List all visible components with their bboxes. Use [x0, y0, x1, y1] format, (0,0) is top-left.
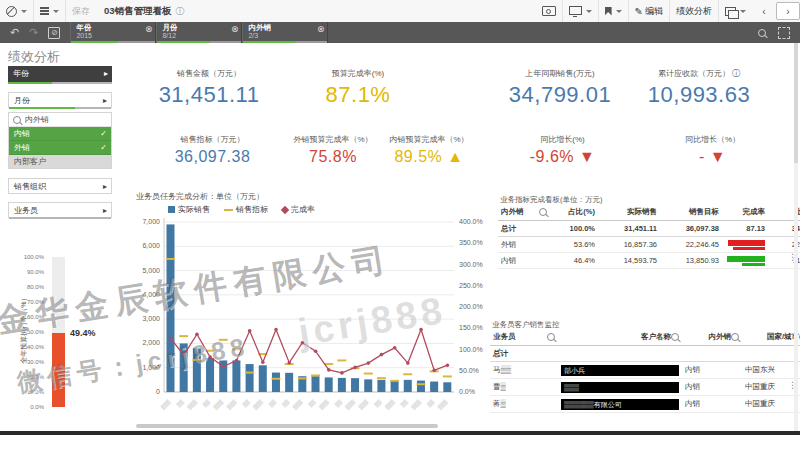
customer-cell[interactable]: 部小兵: [558, 362, 682, 379]
filter-sales-org[interactable]: 销售组织 ▸: [8, 178, 112, 194]
dimension-cell[interactable]: 外销: [498, 237, 550, 253]
salesman-cell[interactable]: 马▒▒: [490, 362, 558, 379]
column-header[interactable]: 销售目标: [660, 204, 722, 221]
kpi-export-budget-rate[interactable]: 外销预算完成率（%） 75.8%: [285, 134, 381, 166]
target-completion-table[interactable]: 内外销占比(%)实际销售销售目标完成率上年同期总计100.0%31,451.11…: [498, 204, 800, 269]
global-menu-button[interactable]: [0, 0, 34, 22]
search-icon[interactable]: [547, 333, 555, 341]
channel-cell[interactable]: 内销: [682, 379, 742, 396]
kpi-yoy-growth[interactable]: 同比增长(%) -9.6% ▼: [505, 134, 620, 166]
listbox-item-domestic[interactable]: 内销 ✓: [9, 127, 111, 141]
page-scrollbar-thumb[interactable]: [794, 43, 798, 163]
search-icon[interactable]: [671, 333, 679, 341]
close-icon[interactable]: ⊗: [317, 25, 325, 34]
column-header[interactable]: 国家/城市: [742, 329, 800, 346]
city-cell[interactable]: [742, 346, 800, 362]
kpi-sales-amount[interactable]: 销售金额（万元） 31,451.11: [120, 68, 298, 108]
customer-monitor-table[interactable]: 业务员客户名称内外销国家/城市总计马▒▒部小兵内销中国东兴曹▒▒▒▒内销中国重庆…: [490, 329, 800, 413]
bar[interactable]: [338, 378, 346, 392]
kpi-domestic-budget-rate[interactable]: 内销预算完成率（%） 89.5% ▲: [381, 134, 477, 166]
bar[interactable]: [312, 376, 320, 392]
close-icon[interactable]: ⊗: [145, 25, 153, 34]
kpi-receivables[interactable]: 累计应收款（万元） ⓘ 10,993.63: [620, 68, 778, 108]
kpi-yoy-growth-2[interactable]: 同比增长（%） - ▼: [655, 134, 770, 166]
sheet-selector-button[interactable]: [719, 0, 752, 22]
search-icon[interactable]: [539, 208, 547, 216]
bar[interactable]: [259, 365, 267, 392]
filter-month[interactable]: 月份 ▸: [8, 92, 112, 108]
selection-chip-year[interactable]: 年份 2015 ⊗: [70, 22, 156, 43]
column-header[interactable]: 占比(%): [550, 204, 598, 221]
customer-cell[interactable]: ▒▒▒: [558, 379, 682, 396]
selection-chip-channel[interactable]: 内外销 2/3 ⊗: [242, 22, 328, 43]
bar[interactable]: [232, 360, 240, 392]
table-row[interactable]: 蒋▒▒▒▒▒▒▒有限公司内销中国重庆: [490, 396, 800, 413]
app-options-button[interactable]: [34, 0, 66, 22]
filter-year[interactable]: 年份 ▸: [8, 66, 112, 82]
chart-horizontal-scrollbar[interactable]: [136, 424, 438, 428]
column-header[interactable]: 客户名称: [558, 329, 682, 346]
bookmark-button[interactable]: [599, 0, 629, 22]
channel-cell[interactable]: 内销: [682, 362, 742, 379]
bar[interactable]: [206, 358, 214, 392]
dimension-cell[interactable]: 内销: [498, 253, 550, 269]
customer-cell[interactable]: [558, 346, 682, 362]
bar[interactable]: [443, 382, 451, 392]
bar[interactable]: [246, 364, 254, 392]
kpi-sales-target[interactable]: 销售指标（万元） 36,097.38: [130, 134, 295, 166]
combo-chart[interactable]: 7,0006,0005,0004,0003,0002,0001,0000400.…: [122, 214, 496, 430]
kpi-budget-completion[interactable]: 预算完成率(%) 87.1%: [300, 68, 416, 108]
bar[interactable]: [167, 224, 175, 392]
edit-button[interactable]: ✎编辑: [629, 0, 670, 22]
column-header[interactable]: 内外销: [682, 329, 742, 346]
listbox-item-export[interactable]: 外销 ✓: [9, 141, 111, 155]
salesman-cell[interactable]: 曹▒: [490, 379, 558, 396]
bar[interactable]: [272, 373, 280, 392]
salesman-cell[interactable]: 蒋▒: [490, 396, 558, 413]
channel-cell[interactable]: [682, 346, 742, 362]
snapshot-button[interactable]: [536, 0, 563, 22]
column-header[interactable]: 完成率: [722, 204, 768, 221]
column-header[interactable]: 内外销: [498, 204, 550, 221]
dimension-cell[interactable]: 总计: [498, 221, 550, 237]
search-icon[interactable]: [731, 333, 739, 341]
presentation-button[interactable]: [563, 0, 599, 22]
selection-chip-month[interactable]: 月份 8/12 ⊗: [156, 22, 242, 43]
clear-selections-button[interactable]: ⊘: [48, 27, 60, 39]
bar[interactable]: [391, 380, 399, 392]
customer-cell[interactable]: ▒▒▒▒▒▒有限公司: [558, 396, 682, 413]
bar[interactable]: [193, 348, 201, 392]
selection-forward-button[interactable]: ↷: [29, 27, 38, 38]
info-icon[interactable]: ⓘ: [176, 5, 185, 18]
bar[interactable]: [430, 382, 438, 392]
close-icon[interactable]: ⊗: [231, 25, 239, 34]
search-icon[interactable]: [758, 29, 766, 37]
bar[interactable]: [364, 379, 372, 392]
prev-sheet-button[interactable]: ‹: [752, 2, 776, 20]
bar[interactable]: [285, 373, 293, 392]
table-row[interactable]: 马▒▒部小兵内销中国东兴: [490, 362, 800, 379]
table-row[interactable]: 外销53.6%16,857.3622,246.4522,881.90: [498, 237, 800, 253]
bar[interactable]: [377, 380, 385, 392]
city-cell[interactable]: 中国东兴: [742, 362, 800, 379]
kpi-last-year-sales[interactable]: 上年同期销售(万元) 34,799.01: [480, 68, 640, 108]
table-row[interactable]: 内销46.4%14,593.7513,850.9311,917.11: [498, 253, 800, 269]
bar[interactable]: [351, 378, 359, 392]
column-header[interactable]: 实际销售: [598, 204, 660, 221]
save-button[interactable]: 保存: [66, 0, 96, 22]
selections-tool-icon[interactable]: [778, 27, 790, 39]
channel-cell[interactable]: 内销: [682, 396, 742, 413]
table-row[interactable]: 总计100.0%31,451.1136,097.3887.1334,799.01: [498, 221, 800, 237]
bar[interactable]: [325, 377, 333, 392]
column-header[interactable]: 业务员: [490, 329, 558, 346]
bar[interactable]: [404, 380, 412, 392]
listbox-item-internal[interactable]: 内部客户: [9, 155, 111, 168]
table-row[interactable]: 曹▒▒▒▒内销中国重庆: [490, 379, 800, 396]
next-sheet-button[interactable]: ›: [776, 2, 800, 20]
filter-salesman[interactable]: 业务员 ▸: [8, 202, 112, 218]
listbox-search[interactable]: 内外销: [9, 113, 111, 127]
bar[interactable]: [417, 381, 425, 392]
city-cell[interactable]: 中国重庆: [742, 396, 800, 413]
table-row[interactable]: 总计: [490, 346, 800, 362]
selection-back-button[interactable]: ↶: [10, 27, 19, 38]
